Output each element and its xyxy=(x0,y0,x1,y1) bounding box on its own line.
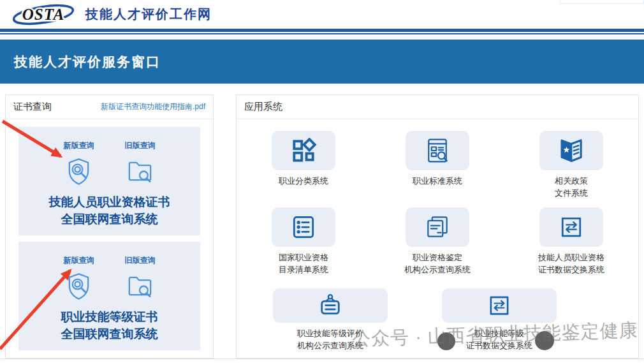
new-version-query-box2[interactable]: 新版查询 xyxy=(51,255,107,301)
qualification-cert-query-box: 新版查询 旧版查询 技能人员职业资格证 xyxy=(18,127,200,235)
app-tile[interactable] xyxy=(272,131,335,170)
old-version-label: 旧版查询 xyxy=(125,255,156,266)
cert-query-title: 证书查询 xyxy=(13,101,52,113)
app-systems-header: 应用系统 xyxy=(237,95,638,119)
new-version-label: 新版查询 xyxy=(64,140,94,151)
app-occupation-standard-system[interactable]: 职业标准系统 xyxy=(370,131,504,199)
bottom-divider xyxy=(0,359,644,359)
site-header: OSTA 技能人才评价工作网 xyxy=(0,0,644,29)
app-qualification-appraisal-org-query-system[interactable]: 职业资格鉴定 机构公示查询系统 xyxy=(370,207,504,276)
app-label: 职业分类系统 xyxy=(279,175,328,187)
app-tile[interactable] xyxy=(539,131,603,170)
app-tile[interactable] xyxy=(406,207,469,247)
app-label: 职业技能等级 证书数据交换系统 xyxy=(466,327,532,352)
shield-search-icon xyxy=(64,156,94,186)
page: OSTA 技能人才评价工作网 技能人才评价服务窗口 证书查询 新版证书查询功能使… xyxy=(0,0,644,363)
app-skills-personnel-cert-data-exchange-system[interactable]: 技能人员职业资格 证书数据交换系统 xyxy=(504,207,638,276)
box-title-line1: 职业技能等级证书 xyxy=(18,308,200,325)
box-title-line1: 技能人员职业资格证书 xyxy=(18,193,200,211)
banner-title: 技能人才评价服务窗口 xyxy=(14,53,161,71)
app-systems-panel: 应用系统 职业分类系统 xyxy=(236,94,639,359)
app-label: 职业资格鉴定 机构公示查询系统 xyxy=(404,251,471,276)
folder-search-icon xyxy=(125,156,155,186)
old-version-query-box1[interactable]: 旧版查询 xyxy=(112,140,168,186)
data-exchange-icon xyxy=(557,213,585,241)
app-national-qualification-directory-system[interactable]: 国家职业资格 目录清单系统 xyxy=(237,207,370,276)
hanging-sign-icon xyxy=(316,292,344,320)
old-version-query-box2[interactable]: 旧版查询 xyxy=(112,255,168,301)
box-title-line2: 全国联网查询系统 xyxy=(18,211,200,228)
app-tile[interactable] xyxy=(272,207,335,247)
app-tile[interactable] xyxy=(406,131,469,170)
header-divider xyxy=(0,29,644,34)
document-search-icon xyxy=(423,137,451,165)
shield-search-icon xyxy=(64,271,94,301)
app-tile[interactable] xyxy=(273,288,388,323)
osta-logo-icon: OSTA xyxy=(10,2,77,27)
app-label: 技能人员职业资格 证书数据交换系统 xyxy=(538,251,604,276)
qualification-cert-system-link[interactable]: 技能人员职业资格证书 全国联网查询系统 xyxy=(18,193,200,228)
app-skill-level-cert-data-exchange-system[interactable]: 职业技能等级 证书数据交换系统 xyxy=(426,288,573,352)
app-label: 相关政策 文件系统 xyxy=(555,175,588,199)
folder-search-icon xyxy=(125,271,155,301)
app-label: 国家职业资格 目录清单系统 xyxy=(279,251,328,276)
new-version-query-box1[interactable]: 新版查询 xyxy=(51,140,107,186)
app-policy-documents-system[interactable]: 相关政策 文件系统 xyxy=(504,131,638,199)
grid-icon xyxy=(289,137,318,165)
app-systems-title: 应用系统 xyxy=(244,101,282,113)
app-skill-level-evaluation-org-query-system[interactable]: 职业技能等级评价 机构公示查询系统 xyxy=(257,288,404,352)
stacked-documents-icon xyxy=(423,213,451,241)
app-occupation-classification-system[interactable]: 职业分类系统 xyxy=(237,131,370,199)
skill-level-cert-query-box: 新版查询 旧版查询 职业技能等级证书 xyxy=(18,242,200,350)
checklist-icon xyxy=(289,213,318,241)
data-exchange-icon xyxy=(486,292,513,319)
app-tile[interactable] xyxy=(442,288,557,323)
osta-logo-text: OSTA xyxy=(22,6,65,23)
service-banner: 技能人才评价服务窗口 xyxy=(0,40,644,84)
box-title-line2: 全国联网查询系统 xyxy=(18,325,200,343)
guide-pdf-link[interactable]: 新版证书查询功能使用指南.pdf xyxy=(101,101,205,112)
new-version-label: 新版查询 xyxy=(64,255,94,266)
app-label: 职业标准系统 xyxy=(413,175,462,187)
app-tile[interactable] xyxy=(539,207,603,247)
skill-level-cert-system-link[interactable]: 职业技能等级证书 全国联网查询系统 xyxy=(18,308,200,343)
policy-book-icon xyxy=(557,137,585,165)
cert-query-header: 证书查询 新版证书查询功能使用指南.pdf xyxy=(6,95,213,119)
app-label: 职业技能等级评价 机构公示查询系统 xyxy=(297,327,363,352)
cert-query-panel: 证书查询 新版证书查询功能使用指南.pdf 新版查询 旧版查询 xyxy=(5,94,214,359)
site-title: 技能人才评价工作网 xyxy=(85,6,212,23)
old-version-label: 旧版查询 xyxy=(125,140,156,151)
corner-artifact xyxy=(560,0,644,4)
